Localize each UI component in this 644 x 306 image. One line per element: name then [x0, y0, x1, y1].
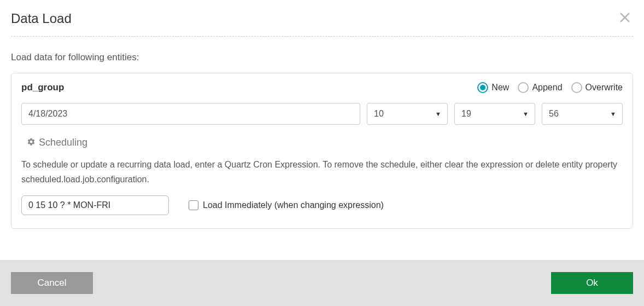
- second-select[interactable]: [542, 103, 623, 125]
- radio-new[interactable]: New: [477, 82, 509, 93]
- dialog-title: Data Load: [11, 11, 72, 26]
- minute-select[interactable]: [454, 103, 535, 125]
- scheduling-header: Scheduling: [27, 137, 623, 148]
- radio-append[interactable]: Append: [518, 82, 562, 93]
- gear-icon: [27, 137, 36, 148]
- close-icon[interactable]: [617, 11, 633, 26]
- entity-name: pd_group: [21, 82, 64, 93]
- mode-radio-group: New Append Overwrite: [477, 82, 623, 93]
- radio-icon: [518, 82, 529, 93]
- radio-label: Overwrite: [586, 83, 623, 93]
- ok-button[interactable]: Ok: [551, 272, 633, 294]
- cron-expression-input[interactable]: [21, 195, 169, 215]
- date-input[interactable]: [21, 103, 360, 125]
- radio-overwrite[interactable]: Overwrite: [571, 82, 623, 93]
- entity-card: pd_group New Append Overwrite: [11, 73, 633, 229]
- dialog-footer: Cancel Ok: [0, 260, 644, 306]
- subtitle: Load data for following entities:: [11, 52, 633, 63]
- checkbox-icon: [189, 200, 198, 210]
- radio-icon: [477, 82, 488, 93]
- scheduling-description: To schedule or update a recurring data l…: [21, 157, 623, 187]
- hour-select[interactable]: [367, 103, 448, 125]
- radio-label: Append: [532, 83, 562, 93]
- load-immediately-checkbox[interactable]: Load Immediately (when changing expressi…: [189, 200, 384, 210]
- scheduling-title: Scheduling: [39, 137, 87, 148]
- cancel-button[interactable]: Cancel: [11, 272, 93, 294]
- radio-label: New: [491, 83, 509, 93]
- checkbox-label: Load Immediately (when changing expressi…: [203, 200, 384, 210]
- radio-icon: [571, 82, 582, 93]
- divider: [11, 36, 633, 37]
